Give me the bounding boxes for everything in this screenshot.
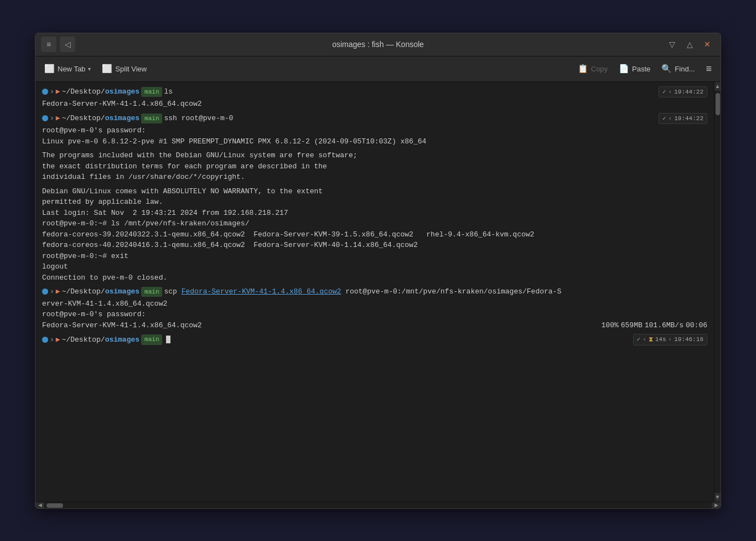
new-tab-icon: ⬜ [44, 64, 55, 74]
chevron-icon-2: ‹ [669, 114, 672, 123]
check-icon-4: ✓ [637, 335, 641, 344]
paste-icon: 📄 [619, 64, 629, 74]
output-2k: fedora-coreos-40.20240416.3.1-qemu.x86_6… [42, 240, 707, 251]
output-2d: the exact distribution terms for each pr… [42, 161, 707, 172]
maximize-button[interactable]: △ [682, 37, 697, 52]
prompt-git-1: main [141, 87, 162, 97]
status-box-4: ✓ ‹ ⧗ 14s ‹ 19:46:16 [633, 334, 707, 346]
minimize-button[interactable]: ▽ [664, 37, 680, 52]
scrollbar-down-button[interactable]: ▼ [714, 493, 721, 502]
prompt-git-3: main [141, 287, 162, 297]
check-icon-2: ✓ [662, 114, 666, 123]
prompt-fish-4: ▶ [56, 334, 60, 346]
prompt-path-2: ~/Desktop/osimages [62, 113, 139, 124]
titlebar: ≡ ◁ osimages : fish — Konsole ▽ △ ✕ [35, 33, 721, 56]
prompt-path-4: ~/Desktop/osimages [62, 334, 139, 346]
chevron-icon-1: ‹ [669, 87, 672, 97]
new-tab-button[interactable]: ⬜ New Tab ▾ [40, 61, 95, 76]
prompt-path-1: ~/Desktop/osimages [62, 86, 139, 97]
output-2e: individual files in /usr/share/doc/*/cop… [42, 172, 707, 183]
close-button[interactable]: ✕ [700, 37, 715, 52]
chevron-icon-4b: ‹ [669, 335, 672, 344]
prompt-dot-1 [42, 89, 48, 95]
split-view-icon: ⬜ [102, 64, 112, 74]
output-1: Fedora-Server-KVM-41-1.4.x86_64.qcow2 [42, 99, 707, 110]
scp-size: 659MB [621, 320, 643, 331]
scrollbar-thumb[interactable] [716, 93, 720, 115]
output-3a: erver-KVM-41-1.4.x86_64.qcow2 [42, 298, 707, 310]
time-2: 19:44:22 [674, 114, 703, 123]
status-2: ✓ ‹ 19:44:22 [659, 113, 707, 125]
split-view-button[interactable]: ⬜ Split View [97, 61, 151, 76]
window-title: osimages : fish — Konsole [332, 40, 424, 49]
check-icon-1: ✓ [662, 87, 666, 97]
output-3b: root@pve-m-0's password: [42, 309, 707, 320]
prompt-fish-1: ▶ [56, 86, 60, 97]
scp-pct: 100% [602, 320, 619, 331]
output-2g: permitted by applicable law. [42, 197, 707, 208]
scp-eta: 00:06 [686, 320, 707, 331]
back-button[interactable]: ◁ [60, 37, 75, 52]
scrollbar: ▲ ▼ [714, 82, 721, 502]
prompt-git-2: main [141, 114, 162, 124]
prompt-fish-3: ▶ [56, 286, 60, 297]
time-1: 19:44:22 [674, 87, 703, 97]
prompt-git-4: main [141, 334, 162, 345]
copy-button[interactable]: 📋 Copy [573, 61, 612, 76]
copy-icon: 📋 [578, 64, 588, 74]
hamburger-menu-button[interactable]: ≡ [701, 60, 716, 78]
output-2h: Last login: Sat Nov 2 19:43:21 2024 from… [42, 208, 707, 219]
output-2i: root@pve-m-0:~# ls /mnt/pve/nfs-kraken/o… [42, 218, 707, 229]
time-4: 19:46:16 [674, 335, 703, 344]
prompt-left-1: › ▶ ~/Desktop/osimages main ls [42, 86, 654, 97]
prompt-line-4: › ▶ ~/Desktop/osimages main ✓ ‹ ⧗ 14s ‹ … [42, 334, 707, 346]
prompt-line-2: › ▶ ~/Desktop/osimages main ssh root@pve… [42, 113, 707, 125]
output-2a: root@pve-m-0's password: [42, 125, 707, 136]
prompt-dot-4 [42, 337, 48, 343]
prompt-arrow-3: › [50, 286, 54, 297]
scrollbar-up-button[interactable]: ▲ [714, 82, 721, 91]
prompt-left-2: › ▶ ~/Desktop/osimages main ssh root@pve… [42, 113, 654, 124]
bottom-scrollbar: ◀ ▶ [35, 502, 721, 508]
scp-progress-line: Fedora-Server-KVM-41-1.4.x86_64.qcow2 10… [42, 320, 707, 331]
prompt-path-3: ~/Desktop/osimages [62, 286, 139, 297]
toolbar: ⬜ New Tab ▾ ⬜ Split View 📋 Copy 📄 Paste … [35, 56, 721, 82]
dropdown-arrow: ▾ [88, 66, 91, 72]
scroll-right-button[interactable]: ▶ [712, 502, 721, 508]
prompt-arrow-1: › [50, 86, 54, 97]
menu-button[interactable]: ≡ [41, 37, 56, 52]
prompt-cmd-1: ls [164, 86, 173, 97]
prompt-fish-2: ▶ [56, 113, 60, 124]
find-icon: 🔍 [661, 64, 672, 74]
prompt-cmd-2: ssh root@pve-m-0 [164, 113, 233, 124]
duration-4: 14s [655, 335, 666, 344]
output-2f: Debian GNU/Linux comes with ABSOLUTELY N… [42, 186, 707, 197]
output-2l: root@pve-m-0:~# exit [42, 251, 707, 262]
prompt-line-3: › ▶ ~/Desktop/osimages main scp Fedora-S… [42, 286, 707, 297]
prompt-dot-2 [42, 115, 48, 121]
status-box-2: ✓ ‹ 19:44:22 [659, 113, 707, 125]
output-2m: logout [42, 261, 707, 272]
output-2c: The programs included with the Debian GN… [42, 150, 707, 161]
terminal-container: › ▶ ~/Desktop/osimages main ls ✓ ‹ 19:44… [35, 82, 721, 502]
status-box-1: ✓ ‹ 19:44:22 [659, 86, 707, 98]
status-1: ✓ ‹ 19:44:22 [659, 86, 707, 98]
scrollbar-track [714, 91, 721, 493]
bottom-scrollbar-thumb[interactable] [46, 503, 63, 508]
output-2n: Connection to pve-m-0 closed. [42, 272, 707, 284]
prompt-cmd-3: scp Fedora-Server-KVM-41-1.4.x86_64.qcow… [164, 286, 561, 297]
scp-speed: 101.6MB/s [645, 320, 683, 331]
cursor-block [166, 336, 170, 343]
find-button[interactable]: 🔍 Find... [657, 61, 699, 76]
titlebar-right: ▽ △ ✕ [664, 37, 715, 52]
bottom-scrollbar-track [44, 502, 712, 508]
status-4: ✓ ‹ ⧗ 14s ‹ 19:46:16 [633, 334, 707, 346]
prompt-dot-3 [42, 288, 48, 295]
prompt-arrow-2: › [50, 113, 54, 124]
scp-filename: Fedora-Server-KVM-41-1.4.x86_64.qcow2 [42, 320, 202, 331]
terminal-output[interactable]: › ▶ ~/Desktop/osimages main ls ✓ ‹ 19:44… [35, 82, 714, 502]
scroll-left-button[interactable]: ◀ [35, 502, 44, 508]
paste-button[interactable]: 📄 Paste [614, 61, 655, 76]
prompt-left-4: › ▶ ~/Desktop/osimages main [42, 334, 629, 346]
output-2j: fedora-coreos-39.20240322.3.1-qemu.x86_6… [42, 229, 707, 240]
